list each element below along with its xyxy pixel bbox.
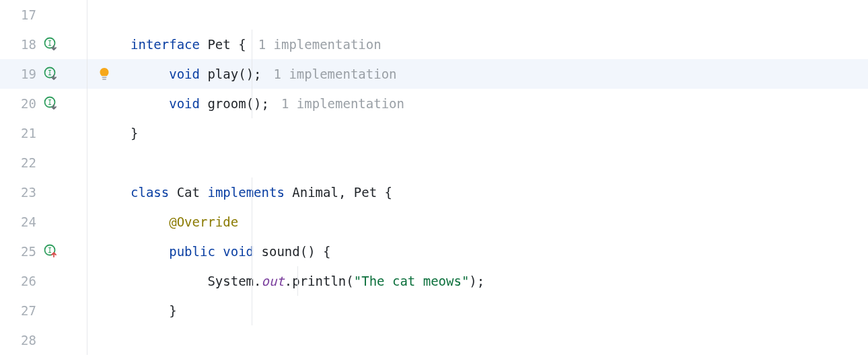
bulb-column bbox=[87, 296, 121, 325]
line-number: 21 bbox=[7, 126, 36, 140]
code-content[interactable]: System.out.println("The cat meows"); bbox=[121, 266, 868, 296]
svg-text:I: I bbox=[48, 69, 52, 77]
svg-rect-5 bbox=[102, 79, 106, 80]
gutter[interactable]: 17 bbox=[0, 0, 87, 30]
gutter[interactable]: 25 I bbox=[0, 237, 87, 266]
code-line[interactable]: 22 bbox=[0, 148, 868, 177]
code-line[interactable]: 17 bbox=[0, 0, 868, 30]
bulb-column bbox=[87, 177, 121, 207]
svg-rect-4 bbox=[102, 77, 107, 78]
inlay-hint[interactable]: 1 implementation bbox=[281, 96, 404, 111]
code-line[interactable]: 18 I interface Pet { 1 implementation bbox=[0, 30, 868, 59]
gutter[interactable]: 27 bbox=[0, 296, 87, 325]
gutter[interactable]: 22 bbox=[0, 148, 87, 177]
implemented-icon[interactable]: I bbox=[43, 66, 59, 82]
code-content[interactable]: interface Pet { 1 implementation bbox=[121, 30, 868, 59]
code-line[interactable]: 26 System.out.println("The cat meows"); bbox=[0, 266, 868, 296]
inlay-hint[interactable]: 1 implementation bbox=[274, 67, 397, 81]
code-line[interactable]: 27 } bbox=[0, 296, 868, 325]
code-content[interactable]: @Override bbox=[121, 207, 868, 237]
code-line[interactable]: 24 @Override bbox=[0, 207, 868, 237]
implemented-icon[interactable]: I bbox=[43, 36, 59, 52]
line-number: 18 bbox=[7, 37, 36, 52]
line-number: 22 bbox=[7, 155, 36, 170]
line-number: 25 bbox=[7, 244, 36, 259]
code-content[interactable]: void play(); 1 implementation bbox=[121, 59, 868, 89]
bulb-column bbox=[87, 89, 121, 118]
bulb-column bbox=[87, 118, 121, 148]
gutter[interactable]: 21 bbox=[0, 118, 87, 148]
code-editor[interactable]: 17 18 I interface Pet { 1 implementation bbox=[0, 0, 868, 355]
gutter[interactable]: 24 bbox=[0, 207, 87, 237]
lightbulb-icon[interactable] bbox=[97, 67, 112, 81]
line-number: 24 bbox=[7, 214, 36, 229]
bulb-column bbox=[87, 237, 121, 266]
line-number: 28 bbox=[7, 333, 36, 348]
gutter[interactable]: 20 I bbox=[0, 89, 87, 118]
gutter[interactable]: 19 I bbox=[0, 59, 87, 89]
code-line[interactable]: 23 class Cat implements Animal, Pet { bbox=[0, 177, 868, 207]
gutter[interactable]: 28 bbox=[0, 325, 87, 355]
code-content[interactable]: public void sound() { bbox=[121, 237, 868, 266]
code-line[interactable]: 21 } bbox=[0, 118, 868, 148]
bulb-column bbox=[87, 266, 121, 296]
bulb-column bbox=[87, 148, 121, 177]
gutter[interactable]: 26 bbox=[0, 266, 87, 296]
code-content[interactable]: } bbox=[121, 118, 868, 148]
line-number: 20 bbox=[7, 96, 36, 111]
gutter[interactable]: 18 I bbox=[0, 30, 87, 59]
code-content[interactable]: } bbox=[121, 296, 868, 325]
code-content[interactable]: class Cat implements Animal, Pet { bbox=[121, 177, 868, 207]
implements-up-icon[interactable]: I bbox=[43, 243, 59, 259]
implemented-icon[interactable]: I bbox=[43, 95, 59, 112]
code-line-active[interactable]: 19 I void play(); 1 impleme bbox=[0, 59, 868, 89]
code-content[interactable] bbox=[121, 325, 868, 355]
line-number: 19 bbox=[7, 67, 36, 81]
line-number: 17 bbox=[7, 7, 36, 22]
bulb-column bbox=[87, 0, 121, 30]
gutter[interactable]: 23 bbox=[0, 177, 87, 207]
svg-text:I: I bbox=[48, 247, 52, 254]
bulb-column bbox=[87, 325, 121, 355]
bulb-column bbox=[87, 207, 121, 237]
svg-text:I: I bbox=[48, 40, 52, 47]
code-line[interactable]: 25 I public void sound() { bbox=[0, 237, 868, 266]
svg-text:I: I bbox=[48, 99, 52, 106]
line-number: 23 bbox=[7, 185, 36, 200]
line-number: 27 bbox=[7, 303, 36, 318]
code-content[interactable]: void groom(); 1 implementation bbox=[121, 89, 868, 118]
line-number: 26 bbox=[7, 274, 36, 288]
bulb-column bbox=[87, 30, 121, 59]
code-content[interactable] bbox=[121, 148, 868, 177]
code-line[interactable]: 28 bbox=[0, 325, 868, 355]
code-content[interactable] bbox=[121, 0, 868, 30]
bulb-column bbox=[87, 59, 121, 89]
inlay-hint[interactable]: 1 implementation bbox=[258, 37, 382, 52]
code-line[interactable]: 20 I void groom(); 1 implementation bbox=[0, 89, 868, 118]
